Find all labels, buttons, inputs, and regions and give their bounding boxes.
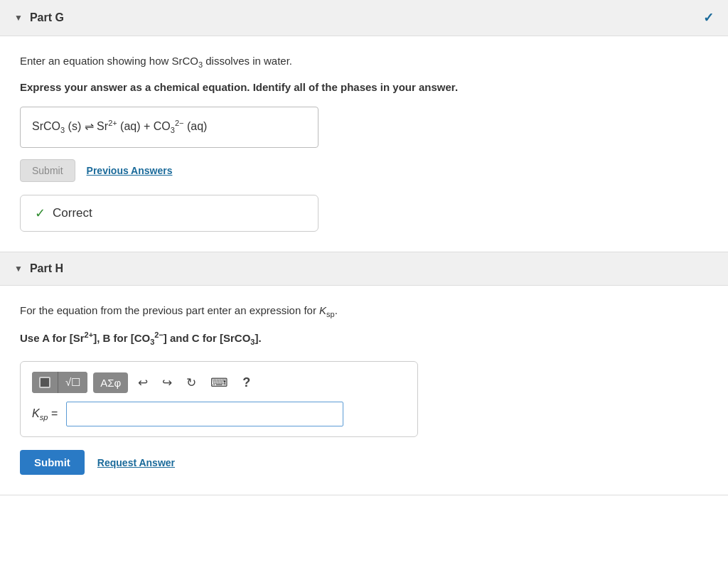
undo-icon: ↩ (138, 376, 148, 390)
part-g-chevron-icon[interactable]: ▼ (14, 13, 23, 23)
part-h-question: For the equation from the previous part … (20, 303, 708, 321)
part-g-complete-checkmark: ✓ (703, 10, 714, 26)
alpha-sigma-icon: ΑΣφ (100, 377, 121, 389)
toolbar-alpha-group: ΑΣφ (93, 372, 128, 393)
part-g-previous-answers-link[interactable]: Previous Answers (87, 165, 173, 176)
part-h-header: ▼ Part H (0, 252, 728, 286)
part-g-equation-text: SrCO3 (s) ⇌ Sr2+ (aq) + CO32− (aq) (32, 120, 207, 132)
part-g-header: ▼ Part G ✓ (0, 0, 728, 36)
part-g-button-row: Submit Previous Answers (20, 159, 708, 182)
part-h-submit-button[interactable]: Submit (20, 450, 85, 475)
part-h-instruction: Use A for [Sr2+], B for [CO32−] and C fo… (20, 329, 708, 349)
part-h-bottom-buttons: Submit Request Answer (20, 450, 708, 475)
sqrt-icon: √☐ (65, 376, 80, 389)
redo-button[interactable]: ↪ (158, 372, 176, 393)
part-h-section: ▼ Part H For the equation from the previ… (0, 252, 728, 495)
palette-square-icon (39, 377, 50, 388)
part-h-chevron-icon[interactable]: ▼ (14, 264, 23, 274)
part-g-title: Part G (30, 11, 64, 24)
math-toolbar: √☐ ΑΣφ ↩ ↪ (32, 372, 406, 393)
correct-checkmark-icon: ✓ (35, 205, 46, 221)
undo-button[interactable]: ↩ (134, 372, 152, 393)
reset-button[interactable]: ↻ (182, 372, 200, 393)
alpha-sigma-button[interactable]: ΑΣφ (93, 372, 128, 393)
ksp-label: Ksp = (32, 407, 60, 421)
part-g-section: ▼ Part G ✓ Enter an equation showing how… (0, 0, 728, 252)
help-button[interactable]: ? (238, 372, 255, 393)
math-input-container: √☐ ΑΣφ ↩ ↪ (20, 361, 418, 437)
request-answer-button[interactable]: Request Answer (97, 457, 175, 468)
part-g-correct-box: ✓ Correct (20, 195, 318, 232)
part-h-body: For the equation from the previous part … (0, 286, 728, 495)
keyboard-button[interactable]: ⌨ (206, 372, 232, 393)
ksp-input-field[interactable] (66, 402, 343, 426)
redo-icon: ↪ (162, 376, 172, 390)
part-g-question: Enter an equation showing how SrCO3 diss… (20, 53, 708, 71)
part-g-submit-button[interactable]: Submit (20, 159, 75, 182)
correct-label: Correct (53, 206, 92, 220)
ksp-input-row: Ksp = (32, 402, 406, 426)
palette-icon (39, 377, 50, 388)
part-g-body: Enter an equation showing how SrCO3 diss… (0, 36, 728, 252)
palette-button[interactable] (32, 372, 58, 393)
sqrt-button[interactable]: √☐ (58, 372, 87, 393)
keyboard-icon: ⌨ (210, 376, 228, 390)
reset-icon: ↻ (186, 376, 196, 390)
toolbar-palette-sqrt-group: √☐ (32, 372, 87, 393)
part-g-instruction: Express your answer as a chemical equati… (20, 80, 708, 96)
part-h-title: Part H (30, 262, 63, 275)
part-g-equation-display: SrCO3 (s) ⇌ Sr2+ (aq) + CO32− (aq) (20, 107, 318, 148)
help-icon: ? (242, 375, 250, 390)
